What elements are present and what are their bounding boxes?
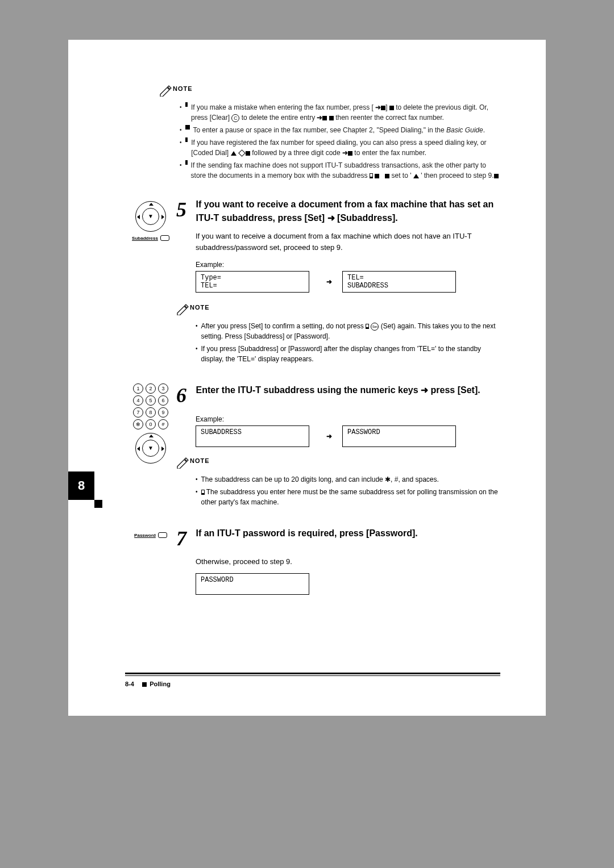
step-7-title: If an ITU-T password is required, press … (196, 527, 497, 540)
step-7-example: PASSWORD (196, 573, 500, 595)
note-list-2: • After you press [Set] to confirm a set… (196, 321, 500, 364)
tab-marker (94, 500, 102, 508)
document-page: 8 NOTE • If you make a mistake when ente… (68, 40, 546, 716)
step-number-5: 5 (176, 198, 193, 222)
pencil-icon (159, 85, 173, 97)
pencil-icon (176, 304, 190, 315)
lcd-display: PASSWORD (342, 425, 456, 447)
note-list-3: • The subaddress can be up to 20 digits … (196, 474, 500, 507)
password-key-icon: Password (125, 532, 176, 538)
step-6-title: Enter the ITU-T subaddress using the num… (196, 383, 497, 397)
step-5-desc: If you want to receive a document from a… (196, 231, 500, 253)
note-label: NOTE (173, 85, 193, 92)
page-footer: 8-4 Polling (125, 673, 500, 687)
step-7: Password 7 If an ITU-T password is requi… (125, 527, 500, 595)
lcd-display: PASSWORD (196, 573, 309, 595)
page-number: 8-4 (125, 681, 134, 687)
nav-pad-icon (135, 433, 166, 464)
nav-pad-icon (135, 201, 166, 232)
note-header: NOTE (159, 85, 500, 97)
lcd-display: Type= TEL= (196, 271, 309, 293)
arrow-icon: ➜ (326, 278, 332, 286)
chapter-tab: 8 (68, 471, 94, 500)
step-6-example: Example: SUBADDRESS ➜ PASSWORD (196, 415, 500, 447)
step-5: Subaddress 5 If you want to receive a do… (125, 198, 500, 366)
lcd-display: SUBADDRESS (196, 425, 309, 447)
step-number-6: 6 (176, 383, 193, 407)
step-5-example: Example: Type= TEL= ➜ TEL= SUBADDRESS (196, 261, 500, 293)
step-6: 123 456 789 ✻0# 6 Enter the ITU-T subadd… (125, 383, 500, 510)
arrow-icon: ➜ (326, 432, 332, 440)
step-7-desc: Otherwise, proceed to step 9. (196, 556, 500, 567)
pencil-icon (176, 457, 190, 469)
step-number-7: 7 (176, 527, 193, 550)
numeric-keypad-icon: 123 456 789 ✻0# (130, 383, 172, 429)
note-list-1: • If you make a mistake when entering th… (180, 102, 500, 181)
note-label: NOTE (190, 457, 210, 464)
lcd-display: TEL= SUBADDRESS (342, 271, 456, 293)
subaddress-key-icon: Subaddress (125, 235, 176, 241)
step-5-title: If you want to receive a document from a… (196, 198, 497, 225)
footer-section: Polling (150, 681, 171, 687)
note-label: NOTE (190, 304, 210, 311)
